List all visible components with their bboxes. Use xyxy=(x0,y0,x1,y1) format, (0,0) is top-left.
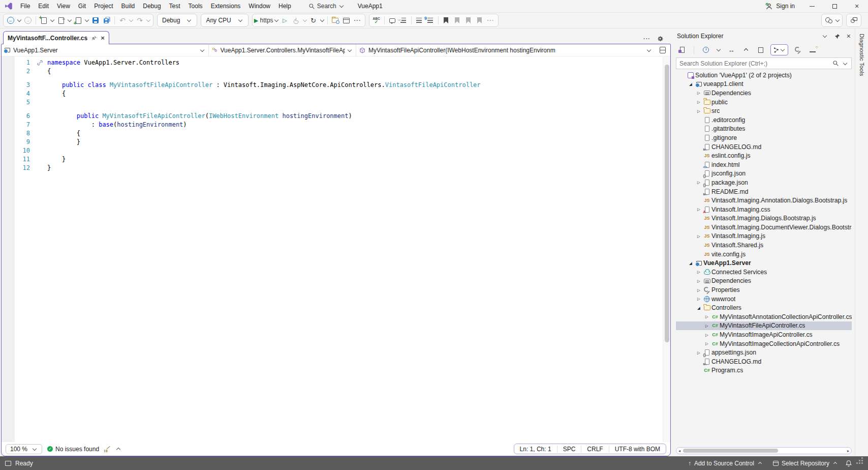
panel-horizontal-scrollbar[interactable]: ◂ ▸ xyxy=(676,447,852,454)
tree-item[interactable]: CHANGELOG.md xyxy=(676,357,852,366)
live-share-dropdown-icon[interactable] xyxy=(835,18,840,22)
close-button[interactable]: × xyxy=(846,0,868,12)
toggle-bookmark-button[interactable] xyxy=(441,15,452,26)
tree-item[interactable]: ▷JSVintasoft.Imaging.js xyxy=(676,232,852,241)
scrollbar-thumb[interactable] xyxy=(665,65,669,342)
expander-icon[interactable]: ▷ xyxy=(703,314,710,319)
start-debugging-button[interactable]: ▶ https xyxy=(254,15,273,26)
decrease-indent-button[interactable] xyxy=(414,15,425,26)
open-file-button[interactable] xyxy=(55,15,67,26)
window-position-chevron-icon[interactable] xyxy=(823,34,827,38)
code-line[interactable]: 12} xyxy=(2,164,670,172)
properties-button[interactable] xyxy=(793,44,803,55)
comment-button[interactable] xyxy=(387,15,398,26)
expander-icon[interactable]: ▷ xyxy=(703,341,710,346)
tree-item[interactable]: ▷C#MyVintasoftImageCollectionApiControll… xyxy=(676,339,852,348)
tree-item[interactable]: Solution 'VueApp1' (2 of 2 projects) xyxy=(676,71,852,80)
live-share-button[interactable] xyxy=(823,15,834,26)
maximize-button[interactable] xyxy=(823,0,846,12)
solution-view-button[interactable] xyxy=(677,44,687,55)
caret-position[interactable]: Ln: 1, Ch: 1 xyxy=(514,446,557,453)
expander-icon[interactable]: ▷ xyxy=(695,100,702,104)
line-ending[interactable]: CRLF xyxy=(581,446,609,453)
diagnostic-tools-tab[interactable]: Diagnostic Tools xyxy=(859,34,865,456)
preview-selected-items-button[interactable] xyxy=(808,44,818,55)
background-tasks-icon[interactable] xyxy=(5,461,11,466)
scroll-left-icon[interactable]: ◂ xyxy=(678,449,680,453)
tree-item[interactable]: JSvite.config.js xyxy=(676,250,852,259)
filter-dropdown-icon[interactable] xyxy=(717,47,721,51)
tree-item[interactable]: JSeslint.config.js xyxy=(676,151,852,160)
spell-checker-button[interactable]: ABC xyxy=(371,15,382,26)
menu-help[interactable]: Help xyxy=(274,0,295,13)
close-icon[interactable]: × xyxy=(847,32,851,40)
tree-item[interactable]: ▷package.json xyxy=(676,178,852,187)
toolbar-overflow-button[interactable]: ··· xyxy=(352,15,363,26)
tab-list-button[interactable]: ··· xyxy=(643,36,650,42)
code-line[interactable]: 7 : base(hostingEnvironment) xyxy=(2,121,670,129)
whitespace-mode[interactable]: SPC xyxy=(557,446,582,453)
tree-item[interactable]: .gitignore xyxy=(676,133,852,142)
code-line[interactable]: 11 } xyxy=(2,155,670,164)
expander-icon[interactable]: ▷ xyxy=(703,324,710,328)
tree-item[interactable]: CHANGELOG.md xyxy=(676,142,852,152)
split-editor-button[interactable] xyxy=(655,44,670,56)
tree-item[interactable]: JSVintasoft.Imaging.DocumentViewer.Dialo… xyxy=(676,223,852,232)
tree-item[interactable]: .gitattributes xyxy=(676,125,852,134)
code-line[interactable]: 3 public class MyVintasoftFileApiControl… xyxy=(2,81,670,90)
tree-item[interactable]: ◢VueApp1.Server xyxy=(676,258,852,268)
code-line[interactable]: 2{ xyxy=(2,67,670,76)
find-in-files-button[interactable] xyxy=(330,15,341,26)
collapse-all-button[interactable] xyxy=(741,44,751,55)
code-cleanup-icon[interactable] xyxy=(104,446,110,452)
notifications-bell-icon[interactable] xyxy=(845,460,852,467)
show-all-files-button[interactable] xyxy=(756,44,766,55)
expander-icon[interactable]: ◢ xyxy=(695,306,702,310)
tree-item[interactable]: ▷Dependencies xyxy=(676,89,852,98)
add-to-source-control-button[interactable]: ↑ Add to Source Control xyxy=(685,456,766,470)
solution-search-input[interactable] xyxy=(679,60,829,67)
tree-item[interactable]: ◢vueapp1.client xyxy=(676,80,852,89)
open-file-dropdown-icon[interactable] xyxy=(68,18,72,22)
navigate-forward-button[interactable]: → xyxy=(22,15,34,26)
tree-item[interactable]: ◢Controllers xyxy=(676,303,852,312)
expander-icon[interactable]: ▷ xyxy=(703,333,710,337)
expander-icon[interactable]: ▷ xyxy=(695,234,702,239)
redo-button[interactable]: ↷ xyxy=(134,15,145,26)
code-line[interactable]: 10 xyxy=(2,146,670,155)
save-button[interactable] xyxy=(90,15,101,26)
undo-button[interactable]: ↶ xyxy=(117,15,128,26)
undo-dropdown-icon[interactable] xyxy=(129,18,133,22)
expander-icon[interactable]: ▷ xyxy=(695,207,702,212)
next-bookmark-button[interactable] xyxy=(463,15,474,26)
new-file-button[interactable] xyxy=(38,15,49,26)
expander-icon[interactable]: ▷ xyxy=(695,288,702,292)
tree-item[interactable]: JSVintasoft.Shared.js xyxy=(676,241,852,250)
tree-item[interactable]: ▷public xyxy=(676,98,852,107)
solution-platform-dropdown[interactable]: Any CPU xyxy=(201,14,248,27)
tree-item[interactable]: C#Program.cs xyxy=(676,366,852,375)
expander-icon[interactable]: ▷ xyxy=(695,279,702,283)
sign-in-button[interactable]: Sign in xyxy=(759,0,801,12)
resize-grip[interactable] xyxy=(861,462,863,464)
expander-icon[interactable]: ◢ xyxy=(687,261,694,266)
menu-tools[interactable]: Tools xyxy=(184,0,207,13)
add-item-button[interactable] xyxy=(73,15,84,26)
navigate-backward-dropdown-icon[interactable] xyxy=(17,18,21,22)
expander-icon[interactable]: ◢ xyxy=(687,82,694,86)
tree-item[interactable]: ▷C#MyVintasoftImageApiController.cs xyxy=(676,330,852,339)
tree-item[interactable]: ▷Vintasoft.Imaging.css xyxy=(676,205,852,214)
solution-search[interactable] xyxy=(676,57,852,69)
minimize-button[interactable] xyxy=(801,0,823,12)
format-document-button[interactable] xyxy=(398,15,409,26)
expander-icon[interactable]: ▷ xyxy=(695,91,702,95)
tree-item[interactable]: README.md xyxy=(676,187,852,196)
tree-item[interactable]: ▷Properties xyxy=(676,285,852,295)
add-item-dropdown-icon[interactable] xyxy=(85,18,89,22)
menu-view[interactable]: View xyxy=(53,0,74,13)
restart-dropdown-icon[interactable] xyxy=(320,18,324,22)
tree-item[interactable]: ▷Connected Services xyxy=(676,268,852,277)
start-without-debugging-button[interactable]: ▷ xyxy=(280,15,291,26)
tree-item[interactable]: ▷C#MyVintasoftFileApiController.cs xyxy=(676,321,852,331)
previous-bookmark-button[interactable] xyxy=(452,15,463,26)
